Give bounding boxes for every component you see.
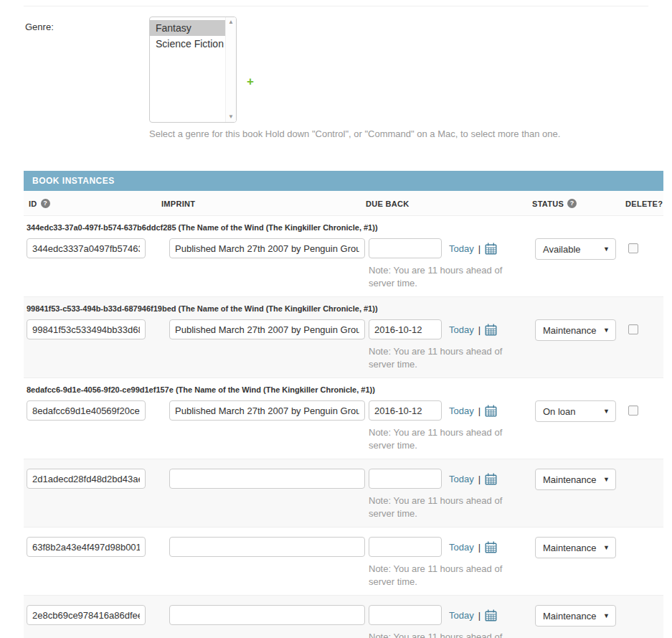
genre-field-row: Genre: Fantasy Science Fiction ▲ ▼ + Sel… [25,17,663,139]
genre-option-fantasy[interactable]: Fantasy [150,20,225,36]
calendar-icon[interactable] [485,324,497,336]
status-select[interactable]: Maintenance ▼ [535,605,616,627]
separator: | [478,405,481,416]
book-instance-row: Today | Note: You are 11 hours ahead of … [24,527,663,596]
inline-header-row: ID ? IMPRINT DUE BACK STATUS ? DELETE? [24,191,663,216]
status-select[interactable]: Maintenance ▼ [535,319,616,341]
imprint-input[interactable] [169,469,365,489]
chevron-down-icon: ▼ [603,245,610,253]
server-time-note: Note: You are 11 hours ahead of server t… [369,494,505,520]
status-select[interactable]: Maintenance ▼ [535,469,616,490]
id-input[interactable] [27,605,146,625]
separator: | [478,324,481,335]
id-input[interactable] [27,238,146,258]
genre-help-text: Select a genre for this book Hold down "… [149,128,663,139]
book-instance-row: 99841f53-c533-494b-b33d-687946f19bed (Th… [24,297,663,378]
book-instance-row: Today | Note: You are 11 hours ahead of … [24,596,663,638]
calendar-icon[interactable] [485,473,497,485]
today-link[interactable]: Today [449,542,474,553]
imprint-input[interactable] [169,537,365,557]
genre-multiselect[interactable]: Fantasy Science Fiction ▲ ▼ [149,17,237,123]
due-back-input[interactable] [369,238,442,258]
add-genre-icon[interactable]: + [247,75,254,88]
scroll-down-icon[interactable]: ▼ [228,114,234,120]
chevron-down-icon: ▼ [603,327,610,334]
calendar-icon[interactable] [485,405,497,417]
book-instances-inline: BOOK INSTANCES ID ? IMPRINT DUE BACK STA… [24,171,663,638]
column-header-id: ID ? [24,199,158,208]
status-select[interactable]: Maintenance ▼ [535,537,616,558]
column-header-status: STATUS ? [532,199,625,208]
today-link[interactable]: Today [449,243,474,254]
inline-group-title: BOOK INSTANCES [24,171,663,191]
separator: | [478,243,481,254]
book-instance-row: 8edafcc6-9d1e-4056-9f20-ce99d1ef157e (Th… [24,378,663,459]
status-select[interactable]: On loan ▼ [535,400,616,422]
server-time-note: Note: You are 11 hours ahead of server t… [369,264,505,289]
today-link[interactable]: Today [449,474,474,484]
due-back-input[interactable] [369,537,442,557]
status-select[interactable]: Available ▼ [535,238,616,260]
section-divider [24,6,648,6]
calendar-icon[interactable] [485,609,497,621]
delete-checkbox[interactable] [628,243,638,253]
imprint-input[interactable] [169,400,365,421]
genre-option-science-fiction[interactable]: Science Fiction [150,36,225,52]
today-link[interactable]: Today [449,405,474,416]
id-input[interactable] [27,319,146,339]
due-back-input[interactable] [369,319,442,339]
instance-heading: 344edc33-37a0-497f-b574-637b6ddcf285 (Th… [24,220,663,238]
separator: | [478,474,481,484]
separator: | [478,542,481,553]
book-instance-row: 344edc33-37a0-497f-b574-637b6ddcf285 (Th… [24,216,663,297]
instance-heading: 8edafcc6-9d1e-4056-9f20-ce99d1ef157e (Th… [24,383,663,400]
book-instance-row: Today | Note: You are 11 hours ahead of … [24,459,663,527]
today-link[interactable]: Today [449,324,474,335]
imprint-input[interactable] [169,319,365,339]
chevron-down-icon: ▼ [603,408,610,415]
calendar-icon[interactable] [485,541,497,553]
chevron-down-icon: ▼ [603,612,610,619]
genre-label: Genre: [25,17,149,32]
scroll-up-icon[interactable]: ▲ [228,19,234,25]
chevron-down-icon: ▼ [603,476,610,483]
id-input[interactable] [27,537,146,557]
column-header-imprint: IMPRINT [158,199,366,208]
today-link[interactable]: Today [449,610,474,621]
due-back-input[interactable] [369,400,442,421]
due-back-input[interactable] [369,469,442,489]
help-icon: ? [567,199,577,208]
instance-heading: 99841f53-c533-494b-b33d-687946f19bed (Th… [24,301,663,319]
column-header-delete: DELETE? [625,199,663,208]
multiselect-scrollbar[interactable]: ▲ ▼ [225,17,236,122]
delete-checkbox[interactable] [628,324,638,334]
server-time-note: Note: You are 11 hours ahead of server t… [369,563,505,588]
server-time-note: Note: You are 11 hours ahead of server t… [369,345,505,370]
id-input[interactable] [27,469,146,489]
help-icon: ? [41,199,50,208]
server-time-note: Note: You are 11 hours ahead of server t… [369,631,505,638]
imprint-input[interactable] [169,238,365,258]
chevron-down-icon: ▼ [603,544,610,551]
calendar-icon[interactable] [485,243,497,255]
column-header-due-back: DUE BACK [366,199,532,208]
id-input[interactable] [27,400,146,421]
imprint-input[interactable] [169,605,365,625]
server-time-note: Note: You are 11 hours ahead of server t… [369,426,505,451]
due-back-input[interactable] [369,605,442,625]
delete-checkbox[interactable] [628,405,638,416]
separator: | [478,610,481,621]
